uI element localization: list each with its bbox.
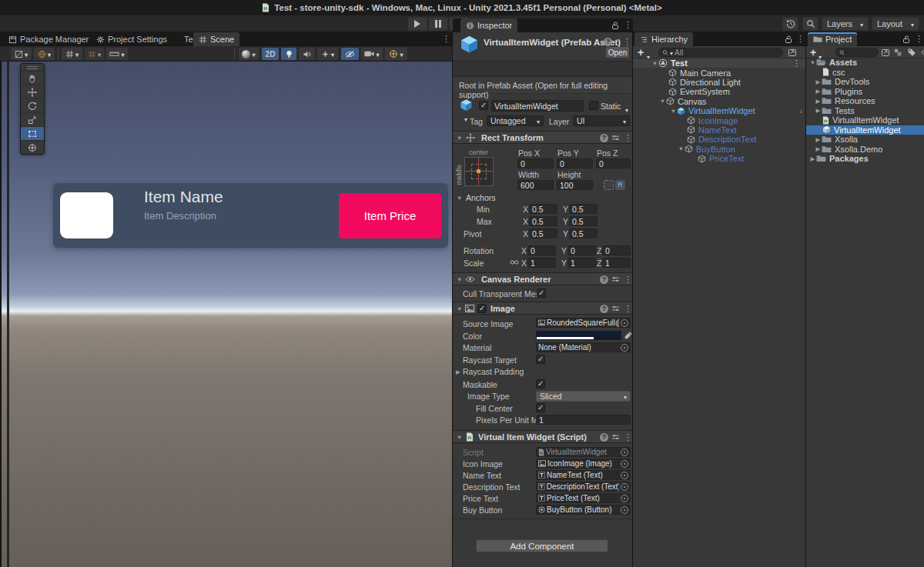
- buy-button[interactable]: Item Price: [339, 193, 441, 238]
- row-directional-light[interactable]: Directional Light: [633, 78, 805, 87]
- lock-icon[interactable]: [784, 35, 793, 44]
- scene-render-area[interactable]: Item Name Item Description Item Price: [9, 62, 452, 567]
- row-plugins[interactable]: Plugins: [806, 87, 924, 97]
- project-menu-icon[interactable]: [915, 35, 923, 43]
- row-main-camera[interactable]: Main Camera: [633, 68, 805, 77]
- image-type-dropdown[interactable]: Sliced: [536, 391, 631, 402]
- pos-y-field[interactable]: 0: [557, 158, 593, 168]
- foldout-icon[interactable]: [815, 107, 822, 114]
- help-icon[interactable]: [600, 433, 608, 442]
- project-search-field[interactable]: [835, 48, 879, 57]
- item-name-text[interactable]: Item Name: [144, 188, 223, 206]
- tab-project[interactable]: Project: [808, 32, 857, 46]
- item-icon-image[interactable]: [60, 192, 113, 238]
- row-buybutton[interactable]: BuyButton: [633, 145, 805, 154]
- create-object-button[interactable]: +: [638, 46, 644, 58]
- project-search-input[interactable]: [846, 48, 875, 57]
- component-menu-icon[interactable]: [624, 305, 632, 313]
- foldout-icon[interactable]: [809, 59, 816, 66]
- tab-scene[interactable]: Scene: [193, 32, 239, 46]
- component-menu-icon[interactable]: [623, 38, 631, 46]
- description-text-field[interactable]: DescriptionText (Text): [536, 482, 631, 492]
- camera-settings-dropdown[interactable]: [361, 48, 383, 60]
- move-tool[interactable]: [21, 85, 44, 98]
- component-menu-icon[interactable]: [624, 134, 632, 142]
- material-field[interactable]: None (Material): [536, 342, 631, 352]
- object-picker-icon[interactable]: [621, 483, 628, 491]
- row-xsolla[interactable]: Xsolla: [806, 135, 924, 145]
- hierarchy-search-input[interactable]: [675, 48, 779, 57]
- foldout-icon[interactable]: [815, 98, 822, 105]
- row-nametext[interactable]: NameText: [633, 125, 805, 135]
- scale-x-field[interactable]: 1: [527, 258, 556, 268]
- pivot-x-field[interactable]: 0.5: [529, 228, 557, 238]
- object-picker-icon[interactable]: [621, 506, 628, 514]
- foldout-icon[interactable]: [457, 305, 462, 312]
- width-field[interactable]: 600: [517, 180, 554, 190]
- hierarchy-search-field[interactable]: [658, 48, 783, 57]
- foldout-icon[interactable]: [651, 60, 658, 67]
- tag-dropdown[interactable]: Untagged: [487, 115, 544, 126]
- scene-menu-icon[interactable]: [792, 59, 801, 68]
- row-assets[interactable]: Assets: [806, 58, 924, 68]
- pos-x-field[interactable]: 0: [517, 158, 554, 168]
- play-button[interactable]: [407, 17, 427, 31]
- pixels-per-unit-field[interactable]: 1: [536, 415, 631, 425]
- row-virtualitemwidget[interactable]: VirtualItemWidget: [633, 106, 805, 115]
- cull-transparent-mesh-checkbox[interactable]: [537, 289, 546, 298]
- layout-dropdown[interactable]: Layout: [872, 17, 919, 31]
- row-pricetext[interactable]: PriceText: [633, 154, 805, 163]
- layers-dropdown[interactable]: Layers: [822, 17, 869, 31]
- hand-tool[interactable]: [21, 71, 44, 85]
- pos-z-field[interactable]: 0: [596, 158, 631, 168]
- object-picker-icon[interactable]: [621, 460, 628, 468]
- row-devtools[interactable]: DevTools: [806, 77, 924, 87]
- scale-tool[interactable]: [21, 112, 44, 126]
- height-field[interactable]: 100: [557, 180, 593, 190]
- scale-z-field[interactable]: 1: [602, 258, 631, 268]
- gameobject-name-field[interactable]: [491, 100, 584, 112]
- palette-drag-handle[interactable]: [21, 64, 44, 71]
- script-field[interactable]: VirtualItemWidget: [536, 447, 631, 457]
- rotation-y-field[interactable]: 0: [567, 245, 596, 255]
- static-checkbox[interactable]: [589, 101, 598, 110]
- image-component-header[interactable]: Image: [453, 302, 633, 315]
- snap-settings-dropdown[interactable]: [85, 48, 104, 60]
- row-xsolla-demo[interactable]: Xsolla.Demo: [806, 145, 924, 155]
- lock-icon[interactable]: [611, 21, 620, 30]
- hierarchy-menu-icon[interactable]: [796, 35, 805, 43]
- canvas-renderer-header[interactable]: Canvas Renderer: [453, 272, 633, 285]
- lock-icon[interactable]: [902, 35, 911, 44]
- help-icon[interactable]: [600, 305, 608, 313]
- pause-button[interactable]: [428, 17, 448, 31]
- source-image-field[interactable]: RoundedSquareFull@1: [536, 318, 631, 328]
- color-swatch[interactable]: [536, 331, 621, 340]
- foldout-icon[interactable]: [815, 78, 822, 85]
- image-enabled-checkbox[interactable]: [477, 304, 487, 313]
- static-dropdown-chevron[interactable]: [625, 102, 628, 115]
- presets-icon[interactable]: [611, 275, 620, 283]
- create-asset-button[interactable]: +: [810, 46, 816, 58]
- draw-mode-dropdown[interactable]: [11, 48, 32, 60]
- anchor-max-y-field[interactable]: 0.5: [569, 216, 598, 226]
- anchor-preset-widget[interactable]: [464, 157, 494, 186]
- name-text-field[interactable]: NameText (Text): [536, 470, 631, 480]
- row-virtualitemwidget-script[interactable]: VirtualItemWidget: [806, 115, 924, 125]
- presets-icon[interactable]: [611, 433, 620, 441]
- prefab-open-chevron[interactable]: [800, 107, 802, 115]
- inspector-menu-icon[interactable]: [624, 21, 632, 29]
- row-eventsystem[interactable]: EventSystem: [633, 87, 805, 96]
- component-menu-icon[interactable]: [624, 275, 632, 284]
- rotation-x-field[interactable]: 0: [527, 245, 556, 255]
- row-virtualitemwidget-prefab[interactable]: VirtualItemWidget: [806, 125, 924, 135]
- rotate-tool[interactable]: [21, 98, 44, 112]
- row-iconimage[interactable]: IconImage: [633, 115, 805, 125]
- foldout-icon[interactable]: [457, 135, 462, 142]
- maskable-checkbox[interactable]: [536, 379, 545, 389]
- scene-visibility-toggle[interactable]: [341, 48, 359, 60]
- foldout-icon[interactable]: [678, 145, 685, 152]
- layer-dropdown[interactable]: UI: [573, 115, 630, 126]
- foldout-icon[interactable]: [659, 98, 666, 105]
- buy-button-field[interactable]: BuyButton (Button): [536, 505, 631, 515]
- tab-inspector[interactable]: Inspector: [460, 18, 517, 32]
